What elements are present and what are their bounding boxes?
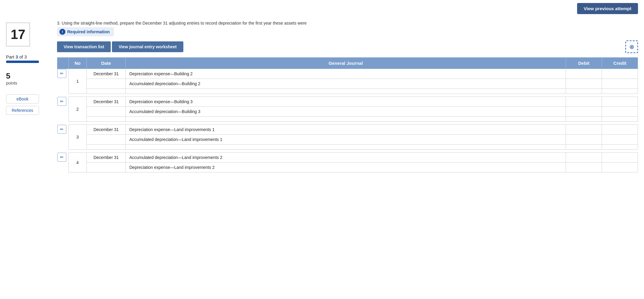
table-row: ✏4December 31Accumulated depreciation—La… [57, 153, 638, 163]
table-row: Accumulated depreciation—Building 3 [57, 107, 638, 117]
required-info-banner: ! Required information [57, 27, 114, 36]
table-row: Accumulated depreciation—Building 2 [57, 79, 638, 89]
credit-cell[interactable] [602, 89, 638, 94]
part-label: Part 3 of 3 [6, 54, 39, 59]
content-area: 3. Using the straight-line method, prepa… [54, 17, 644, 178]
close-icon: ⊗ [629, 43, 634, 50]
progress-bar [6, 61, 39, 63]
date-cell [87, 89, 126, 94]
credit-cell[interactable] [602, 79, 638, 89]
credit-cell[interactable] [602, 117, 638, 122]
date-cell: December 31 [87, 97, 126, 107]
question-text: 3. Using the straight-line method, prepa… [57, 17, 638, 25]
top-bar: View previous attempt [0, 0, 644, 17]
general-journal-col-header: General Journal [126, 58, 566, 69]
credit-cell[interactable] [602, 69, 638, 79]
table-row: ✏2December 31Depreciation expense—Buildi… [57, 97, 638, 107]
view-previous-attempt-button[interactable]: View previous attempt [577, 3, 638, 14]
table-row [57, 117, 638, 122]
description-cell: Depreciation expense—Building 3 [126, 97, 566, 107]
view-journal-entry-worksheet-button[interactable]: View journal entry worksheet [112, 41, 183, 52]
debit-cell[interactable] [566, 145, 602, 150]
edit-button-4[interactable]: ✏ [57, 153, 66, 162]
table-row [57, 89, 638, 94]
action-buttons-left: View transaction list View journal entry… [57, 41, 183, 52]
edit-cell: ✏ [57, 125, 69, 150]
edit-button-2[interactable]: ✏ [57, 97, 66, 106]
sidebar-links: eBook References [6, 94, 39, 115]
ebook-button[interactable]: eBook [6, 94, 39, 103]
table-row: Depreciation expense—Land improvements 2 [57, 163, 638, 172]
no-col-header: No [69, 58, 87, 69]
date-cell [87, 135, 126, 145]
table-header-row: No Date General Journal Debit Credit [57, 58, 638, 69]
description-cell: Depreciation expense—Building 2 [126, 69, 566, 79]
description-cell: Depreciation expense—Land improvements 1 [126, 125, 566, 135]
entry-number-cell: 3 [69, 125, 87, 150]
debit-cell[interactable] [566, 69, 602, 79]
credit-cell[interactable] [602, 145, 638, 150]
date-cell [87, 117, 126, 122]
journal-table: No Date General Journal Debit Credit ✏1D… [57, 57, 638, 172]
required-info-icon: ! [59, 29, 65, 35]
required-info-label: Required information [67, 29, 110, 34]
credit-cell[interactable] [602, 97, 638, 107]
debit-cell[interactable] [566, 97, 602, 107]
references-button[interactable]: References [6, 106, 39, 115]
debit-cell[interactable] [566, 153, 602, 163]
date-cell [87, 79, 126, 89]
debit-cell[interactable] [566, 107, 602, 117]
edit-cell: ✏ [57, 97, 69, 122]
description-cell: Depreciation expense—Land improvements 2 [126, 163, 566, 172]
table-gap-row [57, 94, 638, 97]
action-buttons-row: View transaction list View journal entry… [57, 40, 638, 53]
points-value: 5 [6, 71, 17, 81]
debit-col-header: Debit [566, 58, 602, 69]
description-cell: Accumulated depreciation—Land improvemen… [126, 135, 566, 145]
date-cell: December 31 [87, 69, 126, 79]
table-gap-row [57, 122, 638, 125]
edit-button-3[interactable]: ✏ [57, 125, 66, 134]
credit-col-header: Credit [602, 58, 638, 69]
view-transaction-list-button[interactable]: View transaction list [57, 41, 111, 52]
credit-cell[interactable] [602, 125, 638, 135]
credit-cell[interactable] [602, 153, 638, 163]
entry-number-cell: 2 [69, 97, 87, 122]
debit-cell[interactable] [566, 117, 602, 122]
edit-cell: ✏ [57, 153, 69, 172]
entry-number-cell: 1 [69, 69, 87, 94]
sidebar: 17 Part 3 of 3 5 points eBook References [0, 17, 54, 178]
table-row: ✏3December 31Depreciation expense—Land i… [57, 125, 638, 135]
edit-button-1[interactable]: ✏ [57, 69, 66, 78]
description-cell [126, 117, 566, 122]
description-cell [126, 145, 566, 150]
entry-number-cell: 4 [69, 153, 87, 172]
debit-cell[interactable] [566, 79, 602, 89]
table-row: ✏1December 31Depreciation expense—Buildi… [57, 69, 638, 79]
credit-cell[interactable] [602, 163, 638, 172]
table-row [57, 145, 638, 150]
debit-cell[interactable] [566, 135, 602, 145]
debit-cell[interactable] [566, 89, 602, 94]
debit-cell[interactable] [566, 163, 602, 172]
date-col-header: Date [87, 58, 126, 69]
description-cell: Accumulated depreciation—Building 2 [126, 79, 566, 89]
date-cell [87, 107, 126, 117]
date-cell [87, 145, 126, 150]
progress-bar-fill [6, 61, 39, 63]
close-button[interactable]: ⊗ [625, 40, 638, 53]
description-cell: Accumulated depreciation—Building 3 [126, 107, 566, 117]
credit-cell[interactable] [602, 107, 638, 117]
date-cell: December 31 [87, 125, 126, 135]
edit-cell: ✏ [57, 69, 69, 94]
debit-cell[interactable] [566, 125, 602, 135]
table-gap-row [57, 150, 638, 153]
date-cell [87, 163, 126, 172]
description-cell: Accumulated depreciation—Land improvemen… [126, 153, 566, 163]
edit-col-header [57, 58, 69, 69]
description-cell [126, 89, 566, 94]
points-section: 5 points [6, 71, 17, 85]
date-cell: December 31 [87, 153, 126, 163]
table-row: Accumulated depreciation—Land improvemen… [57, 135, 638, 145]
credit-cell[interactable] [602, 135, 638, 145]
